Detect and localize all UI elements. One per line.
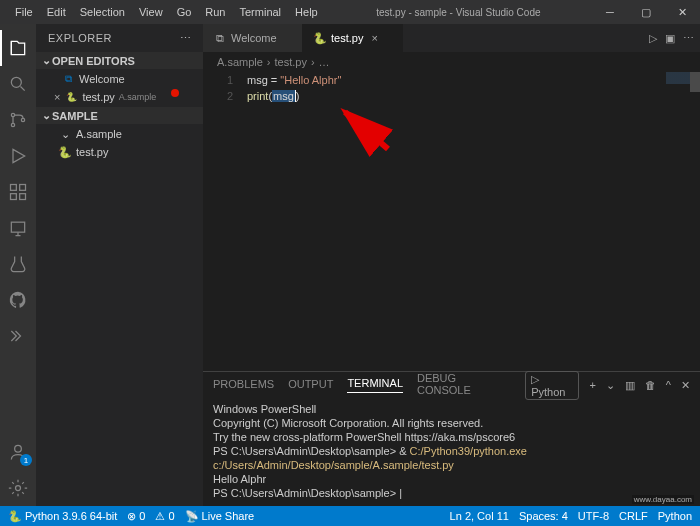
extensions-icon[interactable] [0, 174, 36, 210]
status-item[interactable]: CRLF [619, 510, 648, 522]
status-bar: 🐍Python 3.9.6 64-bit⊗0⚠0📡Live Share Ln 2… [0, 506, 700, 526]
svg-rect-7 [20, 194, 26, 200]
menu-edit[interactable]: Edit [40, 2, 73, 22]
file-tree-item[interactable]: ⌄A.sample [36, 125, 203, 143]
menu-file[interactable]: File [8, 2, 40, 22]
close-tab-icon[interactable]: × [371, 32, 377, 44]
editor-tab[interactable]: 🐍test.py× [303, 24, 403, 52]
minimize-button[interactable]: ─ [592, 0, 628, 24]
remote-icon[interactable] [0, 210, 36, 246]
open-editors-label: OPEN EDITORS [52, 55, 135, 67]
minimap[interactable] [666, 72, 690, 84]
maximize-panel-icon[interactable]: ^ [666, 379, 671, 391]
source-control-icon[interactable] [0, 102, 36, 138]
menu-run[interactable]: Run [198, 2, 232, 22]
settings-icon[interactable] [0, 470, 36, 506]
status-item[interactable]: UTF-8 [578, 510, 609, 522]
py-file-icon: 🐍 [313, 31, 327, 45]
testing-icon[interactable] [0, 246, 36, 282]
github-icon[interactable] [0, 282, 36, 318]
close-editor-icon[interactable] [54, 73, 57, 85]
svg-point-9 [15, 445, 22, 452]
status-item[interactable]: ⊗0 [127, 510, 145, 523]
code-line[interactable]: print(msg) [247, 88, 700, 104]
open-editor-item[interactable]: ⧉Welcome [36, 70, 203, 88]
panel-tab-terminal[interactable]: TERMINAL [347, 377, 403, 393]
svg-rect-6 [11, 194, 17, 200]
chev-icon: ⌄ [58, 127, 72, 141]
maximize-button[interactable]: ▢ [628, 0, 664, 24]
split-terminal-icon[interactable]: ▥ [625, 379, 635, 392]
editor-tab[interactable]: ⧉Welcome [203, 24, 303, 52]
breadcrumb[interactable]: A.sample› test.py› … [203, 52, 700, 72]
account-icon[interactable]: 1 [0, 434, 36, 470]
sidebar: EXPLORER ⋯ ⌄OPEN EDITORS ⧉Welcome×🐍test.… [36, 24, 203, 506]
vs-file-icon: ⧉ [213, 31, 227, 45]
vs-file-icon: ⧉ [61, 72, 75, 86]
run-debug-icon[interactable] [0, 138, 36, 174]
window-controls: ─ ▢ ✕ [592, 0, 700, 24]
status-item[interactable]: Ln 2, Col 11 [450, 510, 509, 522]
menu-bar: FileEditSelectionViewGoRunTerminalHelp [0, 2, 325, 22]
svg-rect-8 [11, 222, 24, 232]
svg-line-11 [345, 112, 388, 149]
close-editor-icon[interactable]: × [54, 91, 60, 103]
svg-rect-5 [20, 185, 26, 191]
menu-help[interactable]: Help [288, 2, 325, 22]
status-item[interactable]: 🐍Python 3.9.6 64-bit [8, 510, 117, 523]
close-panel-icon[interactable]: ✕ [681, 379, 690, 392]
code-line[interactable]: msg = "Hello Alphr" [247, 72, 700, 88]
account-badge: 1 [20, 454, 32, 466]
search-icon[interactable] [0, 66, 36, 102]
sidebar-more-icon[interactable]: ⋯ [180, 32, 192, 45]
annotation-arrow [333, 104, 403, 156]
panel-tab-debug-console[interactable]: DEBUG CONSOLE [417, 372, 511, 399]
scrollbar[interactable] [690, 72, 700, 92]
terminal-output[interactable]: Windows PowerShellCopyright (C) Microsof… [203, 398, 700, 506]
breakpoint-icon[interactable] [171, 89, 179, 97]
svg-point-1 [11, 113, 14, 116]
activity-bar: 1 [0, 24, 36, 506]
new-terminal-icon[interactable]: + [589, 379, 595, 391]
editor-area: ⧉Welcome🐍test.py× ▷ ▣ ⋯ A.sample› test.p… [203, 24, 700, 506]
code-editor[interactable]: 12 msg = "Hello Alphr"print(msg) [203, 72, 700, 371]
terminal-shell-selector[interactable]: ▷ Python [525, 371, 579, 400]
split-editor-icon[interactable]: ▣ [665, 32, 675, 45]
panel: PROBLEMSOUTPUTTERMINALDEBUG CONSOLE ▷ Py… [203, 371, 700, 506]
svg-point-0 [11, 77, 21, 87]
run-file-icon[interactable]: ▷ [649, 32, 657, 45]
editor-more-icon[interactable]: ⋯ [683, 32, 694, 45]
explorer-icon[interactable] [0, 30, 36, 66]
menu-terminal[interactable]: Terminal [233, 2, 289, 22]
line-gutter: 12 [203, 72, 247, 371]
panel-tab-output[interactable]: OUTPUT [288, 378, 333, 393]
watermark: www.dayaa.com [632, 495, 694, 504]
svg-point-10 [16, 486, 21, 491]
status-item[interactable]: Python [658, 510, 692, 522]
sidebar-title: EXPLORER [48, 32, 112, 44]
py-file-icon: 🐍 [64, 90, 78, 104]
terminal-dropdown-icon[interactable]: ⌄ [606, 379, 615, 392]
window-title: test.py - sample - Visual Studio Code [325, 7, 592, 18]
svg-point-3 [21, 118, 24, 121]
panel-tab-problems[interactable]: PROBLEMS [213, 378, 274, 393]
status-item[interactable]: 📡Live Share [185, 510, 255, 523]
file-tree-item[interactable]: 🐍test.py [36, 143, 203, 161]
project-section[interactable]: ⌄SAMPLE [36, 107, 203, 124]
menu-selection[interactable]: Selection [73, 2, 132, 22]
kill-terminal-icon[interactable]: 🗑 [645, 379, 656, 391]
references-icon[interactable] [0, 318, 36, 354]
editor-tabs: ⧉Welcome🐍test.py× ▷ ▣ ⋯ [203, 24, 700, 52]
menu-go[interactable]: Go [170, 2, 199, 22]
project-label: SAMPLE [52, 110, 98, 122]
close-button[interactable]: ✕ [664, 0, 700, 24]
svg-point-2 [11, 123, 14, 126]
status-item[interactable]: ⚠0 [155, 510, 174, 523]
menu-view[interactable]: View [132, 2, 170, 22]
open-editors-section[interactable]: ⌄OPEN EDITORS [36, 52, 203, 69]
py-icon: 🐍 [58, 145, 72, 159]
svg-rect-4 [11, 185, 17, 191]
status-item[interactable]: Spaces: 4 [519, 510, 568, 522]
